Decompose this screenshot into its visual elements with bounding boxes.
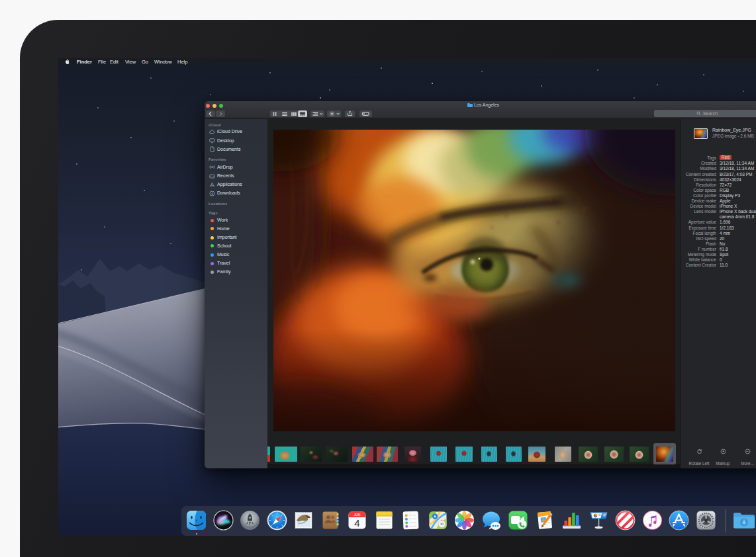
svg-text:30: 30: [440, 522, 444, 526]
svg-text:4: 4: [355, 517, 360, 529]
svg-text:JUN: JUN: [354, 513, 361, 517]
